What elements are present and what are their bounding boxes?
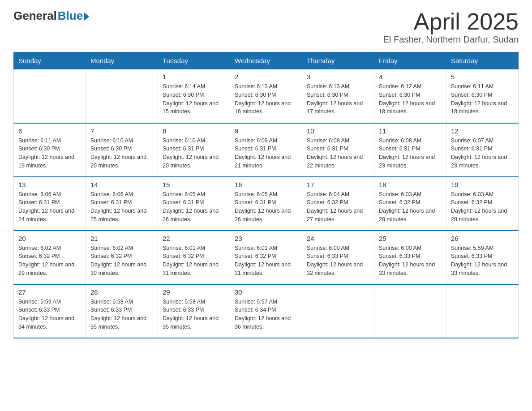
day-info: Sunrise: 6:12 AMSunset: 6:30 PMDaylight:… (379, 82, 442, 116)
day-info: Sunrise: 6:11 AMSunset: 6:30 PMDaylight:… (18, 137, 81, 170)
day-number: 13 (18, 181, 81, 188)
calendar-day-cell (374, 284, 446, 338)
day-number: 6 (18, 127, 81, 135)
day-info: Sunrise: 6:06 AMSunset: 6:31 PMDaylight:… (90, 190, 153, 224)
day-number: 17 (307, 181, 369, 188)
calendar-day-cell: 27Sunrise: 5:59 AMSunset: 6:33 PMDayligh… (14, 284, 86, 338)
day-number: 21 (90, 235, 153, 242)
day-number: 11 (379, 127, 442, 135)
day-number: 19 (451, 181, 514, 188)
col-wednesday: Wednesday (230, 52, 302, 69)
day-number: 2 (235, 73, 297, 81)
calendar-day-cell: 28Sunrise: 5:58 AMSunset: 6:33 PMDayligh… (86, 284, 158, 338)
day-info: Sunrise: 6:13 AMSunset: 6:30 PMDaylight:… (307, 82, 369, 116)
day-info: Sunrise: 6:13 AMSunset: 6:30 PMDaylight:… (235, 82, 297, 116)
day-number: 8 (163, 127, 225, 135)
day-number: 12 (451, 127, 514, 135)
day-info: Sunrise: 6:10 AMSunset: 6:30 PMDaylight:… (90, 137, 153, 170)
day-info: Sunrise: 5:57 AMSunset: 6:34 PMDaylight:… (235, 298, 297, 331)
day-info: Sunrise: 5:58 AMSunset: 6:33 PMDaylight:… (163, 298, 225, 331)
day-info: Sunrise: 6:09 AMSunset: 6:31 PMDaylight:… (235, 137, 297, 170)
day-info: Sunrise: 6:07 AMSunset: 6:31 PMDaylight:… (451, 137, 514, 170)
calendar-day-cell: 8Sunrise: 6:10 AMSunset: 6:31 PMDaylight… (158, 123, 230, 177)
day-number: 23 (235, 235, 297, 242)
day-info: Sunrise: 6:10 AMSunset: 6:31 PMDaylight:… (163, 137, 225, 170)
day-number: 20 (18, 235, 81, 242)
calendar-day-cell: 16Sunrise: 6:05 AMSunset: 6:31 PMDayligh… (230, 177, 302, 231)
day-info: Sunrise: 6:02 AMSunset: 6:32 PMDaylight:… (18, 244, 81, 278)
calendar-day-cell: 12Sunrise: 6:07 AMSunset: 6:31 PMDayligh… (446, 123, 519, 177)
day-number: 30 (235, 288, 297, 296)
day-number: 26 (451, 235, 514, 242)
calendar-day-cell: 23Sunrise: 6:01 AMSunset: 6:32 PMDayligh… (230, 231, 302, 284)
day-number: 1 (163, 73, 225, 81)
calendar-day-cell: 18Sunrise: 6:03 AMSunset: 6:32 PMDayligh… (374, 177, 446, 231)
calendar-day-cell: 25Sunrise: 6:00 AMSunset: 6:33 PMDayligh… (374, 231, 446, 284)
calendar-day-cell: 3Sunrise: 6:13 AMSunset: 6:30 PMDaylight… (302, 69, 374, 123)
logo-blue-part: Blue (58, 9, 89, 23)
day-info: Sunrise: 6:04 AMSunset: 6:32 PMDaylight:… (307, 190, 369, 224)
day-number: 4 (379, 73, 442, 81)
day-info: Sunrise: 6:08 AMSunset: 6:31 PMDaylight:… (379, 137, 442, 170)
calendar-day-cell: 11Sunrise: 6:08 AMSunset: 6:31 PMDayligh… (374, 123, 446, 177)
day-number: 24 (307, 235, 369, 242)
logo-general: General (13, 9, 57, 23)
day-number: 15 (163, 181, 225, 188)
calendar-day-cell: 21Sunrise: 6:02 AMSunset: 6:32 PMDayligh… (86, 231, 158, 284)
day-info: Sunrise: 6:00 AMSunset: 6:33 PMDaylight:… (307, 244, 369, 278)
calendar-day-cell: 6Sunrise: 6:11 AMSunset: 6:30 PMDaylight… (14, 123, 86, 177)
col-saturday: Saturday (446, 52, 519, 69)
calendar-day-cell: 30Sunrise: 5:57 AMSunset: 6:34 PMDayligh… (230, 284, 302, 338)
calendar-day-cell: 22Sunrise: 6:01 AMSunset: 6:32 PMDayligh… (158, 231, 230, 284)
calendar-day-cell: 7Sunrise: 6:10 AMSunset: 6:30 PMDaylight… (86, 123, 158, 177)
day-info: Sunrise: 6:11 AMSunset: 6:30 PMDaylight:… (451, 82, 514, 116)
calendar-week-row: 13Sunrise: 6:06 AMSunset: 6:31 PMDayligh… (14, 177, 519, 231)
logo: General Blue (13, 9, 89, 23)
calendar-day-cell (302, 284, 374, 338)
day-number: 22 (163, 235, 225, 242)
calendar-week-row: 1Sunrise: 6:14 AMSunset: 6:30 PMDaylight… (14, 69, 519, 123)
day-number: 9 (235, 127, 297, 135)
calendar-day-cell: 1Sunrise: 6:14 AMSunset: 6:30 PMDaylight… (158, 69, 230, 123)
calendar-subtitle: El Fasher, Northern Darfur, Sudan (383, 34, 519, 45)
calendar-day-cell: 26Sunrise: 5:59 AMSunset: 6:33 PMDayligh… (446, 231, 519, 284)
day-info: Sunrise: 5:59 AMSunset: 6:33 PMDaylight:… (451, 244, 514, 278)
day-number: 5 (451, 73, 514, 81)
calendar-title: April 2025 (383, 9, 519, 34)
col-friday: Friday (374, 52, 446, 69)
day-number: 7 (90, 127, 153, 135)
col-sunday: Sunday (14, 52, 86, 69)
day-number: 10 (307, 127, 369, 135)
calendar-day-cell: 14Sunrise: 6:06 AMSunset: 6:31 PMDayligh… (86, 177, 158, 231)
calendar-day-cell: 19Sunrise: 6:03 AMSunset: 6:32 PMDayligh… (446, 177, 519, 231)
calendar-day-cell: 10Sunrise: 6:08 AMSunset: 6:31 PMDayligh… (302, 123, 374, 177)
day-info: Sunrise: 6:01 AMSunset: 6:32 PMDaylight:… (235, 244, 297, 278)
calendar-day-cell: 4Sunrise: 6:12 AMSunset: 6:30 PMDaylight… (374, 69, 446, 123)
calendar-week-row: 20Sunrise: 6:02 AMSunset: 6:32 PMDayligh… (14, 231, 519, 284)
day-info: Sunrise: 6:08 AMSunset: 6:31 PMDaylight:… (307, 137, 369, 170)
page-header: General Blue April 2025 El Fasher, North… (13, 9, 519, 45)
calendar-day-cell: 29Sunrise: 5:58 AMSunset: 6:33 PMDayligh… (158, 284, 230, 338)
day-number: 27 (18, 288, 81, 296)
calendar-day-cell: 15Sunrise: 6:05 AMSunset: 6:31 PMDayligh… (158, 177, 230, 231)
calendar-day-cell: 2Sunrise: 6:13 AMSunset: 6:30 PMDaylight… (230, 69, 302, 123)
calendar-day-cell: 5Sunrise: 6:11 AMSunset: 6:30 PMDaylight… (446, 69, 519, 123)
col-monday: Monday (86, 52, 158, 69)
day-info: Sunrise: 6:06 AMSunset: 6:31 PMDaylight:… (18, 190, 81, 224)
day-info: Sunrise: 6:05 AMSunset: 6:31 PMDaylight:… (163, 190, 225, 224)
day-info: Sunrise: 6:02 AMSunset: 6:32 PMDaylight:… (90, 244, 153, 278)
day-info: Sunrise: 6:05 AMSunset: 6:31 PMDaylight:… (235, 190, 297, 224)
day-info: Sunrise: 6:03 AMSunset: 6:32 PMDaylight:… (379, 190, 442, 224)
day-info: Sunrise: 6:03 AMSunset: 6:32 PMDaylight:… (451, 190, 514, 224)
calendar-table: Sunday Monday Tuesday Wednesday Thursday… (13, 52, 519, 338)
calendar-day-cell (446, 284, 519, 338)
calendar-day-cell (14, 69, 86, 123)
title-block: April 2025 El Fasher, Northern Darfur, S… (383, 9, 519, 45)
calendar-day-cell: 9Sunrise: 6:09 AMSunset: 6:31 PMDaylight… (230, 123, 302, 177)
day-info: Sunrise: 6:14 AMSunset: 6:30 PMDaylight:… (163, 82, 225, 116)
col-tuesday: Tuesday (158, 52, 230, 69)
calendar-day-cell: 24Sunrise: 6:00 AMSunset: 6:33 PMDayligh… (302, 231, 374, 284)
calendar-day-cell: 20Sunrise: 6:02 AMSunset: 6:32 PMDayligh… (14, 231, 86, 284)
calendar-day-cell: 17Sunrise: 6:04 AMSunset: 6:32 PMDayligh… (302, 177, 374, 231)
day-number: 3 (307, 73, 369, 81)
